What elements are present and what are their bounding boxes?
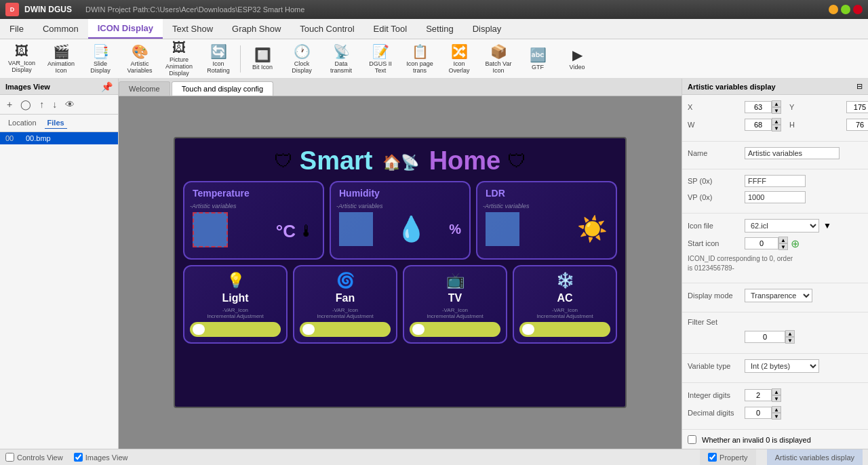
circle-button[interactable]: ◯ [18,98,34,111]
menu-file[interactable]: File [0,19,33,39]
tab-welcome[interactable]: Welcome [119,81,170,96]
h-input[interactable] [846,119,868,131]
tool-clock[interactable]: 🕐 ClockDisplay [283,41,321,77]
down-button[interactable]: ↓ [50,98,60,111]
menu-edit-tool[interactable]: Edit Tool [364,19,417,39]
tool-video[interactable]: ▶ Video [558,41,596,77]
tool-icon-rotating[interactable]: 🔄 IconRotating [199,41,237,77]
tool-bit-label: Bit Icon [252,64,273,71]
x-input[interactable]: 63 [745,101,772,113]
x-increment[interactable]: ▲ [772,100,781,107]
ac-toggle[interactable] [519,322,610,337]
property-checkbox[interactable] [708,453,717,462]
list-item[interactable]: 00 00.bmp [0,132,118,144]
images-view-checkbox[interactable] [74,453,83,462]
menu-text-show[interactable]: Text Show [163,19,222,39]
menu-icon-display[interactable]: ICON Display [88,19,163,39]
close-button[interactable] [853,5,863,14]
maximize-button[interactable] [841,5,850,14]
start-icon-input[interactable] [745,237,778,249]
dec-digits-decrement[interactable]: ▼ [772,413,781,420]
tab-touch-config[interactable]: Touch and display config [172,81,273,96]
controls-view-checkbox[interactable] [5,453,14,462]
filter-spinner[interactable]: ▲ ▼ [745,330,795,344]
start-icon-decrement[interactable]: ▼ [778,243,788,250]
tool-gtf[interactable]: 🔤 GTF [519,41,557,77]
light-toggle[interactable] [190,322,281,337]
tab-files[interactable]: Files [45,117,67,129]
menu-graph-show[interactable]: Graph Show [222,19,290,39]
decimal-digits-spinner[interactable]: ▲ ▼ [745,406,781,420]
add-icon-button[interactable]: ⊕ [791,237,800,250]
filter-set-label: Filter Set [688,318,742,326]
tool-data-transmit[interactable]: 📡 Datatransmit [322,41,360,77]
display-mode-select[interactable]: Transparence [745,289,812,302]
variable-type-select[interactable]: Int (2 bytes) [745,359,819,373]
tv-toggle[interactable] [410,322,500,337]
tool-icon-page[interactable]: 📋 Icon pagetrans [401,41,439,77]
up-button[interactable]: ↑ [37,98,47,111]
location-files-tabs: Location Files [0,115,118,132]
smart-text: Smart [300,146,373,175]
tool-bit-icon[interactable]: 🔲 Bit Icon [243,41,281,77]
tool-icon-overlay[interactable]: 🔀 IconOverlay [440,41,478,77]
tool-slide-display[interactable]: 📑 SlideDisplay [81,41,119,77]
tool-animation-icon[interactable]: 🎬 AnimationIcon [42,41,80,77]
eye-button[interactable]: 👁 [62,98,77,111]
y-spinner[interactable]: 175 ▲ ▼ [846,100,868,114]
integer-digits-spinner[interactable]: ▲ ▼ [745,388,781,402]
w-decrement[interactable]: ▼ [772,125,781,132]
sp-input[interactable] [745,175,806,187]
position-section: X 63 ▲ ▼ Y 175 ▲ ▼ W [682,95,868,142]
tool-artistic[interactable]: 🎨 ArtisticVariables [121,41,159,77]
int-digits-increment[interactable]: ▲ [772,388,781,395]
artistic-variables-tab[interactable]: Artistic variables display [767,449,863,465]
images-view-status: Images View [74,453,128,462]
menu-touch-control[interactable]: Touch Control [290,19,363,39]
statusbar: Controls View Images View Property Artis… [0,449,868,465]
tool-batch-label: Batch VarIcon [486,61,512,75]
canvas-container[interactable]: 🛡 Smart 🏠📡 Home 🛡 Temperature -Artistic … [119,96,682,449]
fan-toggle[interactable] [300,322,391,337]
expand-icon-file[interactable]: ▼ [823,221,831,230]
tab-location[interactable]: Location [5,117,39,129]
dec-digits-increment[interactable]: ▲ [772,406,781,413]
display-mode-row: Display mode Transparence [688,289,863,302]
decimal-digits-input[interactable] [745,407,772,419]
home-text: Home [429,146,501,175]
start-icon-spinner[interactable]: ▲ ▼ [745,237,788,250]
tool-dgus-text[interactable]: 📝 DGUS IIText [361,41,399,77]
filter-input[interactable] [745,331,785,343]
panel-pin-icon[interactable]: 📌 [101,81,113,92]
invalid-zero-checkbox[interactable] [688,435,696,444]
minimize-button[interactable] [829,5,838,14]
property-tab[interactable]: Property [700,449,756,465]
tv-sub: -VAR_IconIncremental Adjustment [410,307,500,319]
filter-decrement[interactable]: ▼ [785,337,795,344]
start-icon-increment[interactable]: ▲ [778,237,788,243]
variable-type-section: Variable type Int (2 bytes) [682,354,868,383]
tool-var-icon[interactable]: 🖼 VAR_IconDisplay [3,41,41,77]
y-input[interactable]: 175 [846,101,868,113]
filter-increment[interactable]: ▲ [785,330,795,337]
w-input[interactable] [745,119,772,131]
menu-display[interactable]: Display [463,19,511,39]
w-spinner[interactable]: ▲ ▼ [745,118,781,132]
int-digits-decrement[interactable]: ▼ [772,395,781,402]
vp-input[interactable] [745,191,806,203]
tool-batch-var[interactable]: 📦 Batch VarIcon [479,41,517,77]
menu-common[interactable]: Common [33,19,88,39]
x-spinner[interactable]: 63 ▲ ▼ [745,100,781,114]
menu-setting[interactable]: Setting [416,19,462,39]
x-decrement[interactable]: ▼ [772,107,781,114]
icon-file-select[interactable]: 62.icl [745,219,819,232]
name-input[interactable] [745,147,840,159]
titlebar: D DWIN DGUS DWIN Project Path:C:\Users\A… [0,0,868,19]
tool-picture-animation[interactable]: 🖼 PictureAnimationDisplay [160,41,198,77]
add-button[interactable]: + [4,98,15,111]
w-increment[interactable]: ▲ [772,118,781,125]
integer-digits-label: Integer digits [688,391,742,399]
integer-digits-input[interactable] [745,389,772,401]
h-spinner[interactable]: ▲ ▼ [846,118,868,132]
panel-expand-icon[interactable]: ⊟ [856,82,863,91]
